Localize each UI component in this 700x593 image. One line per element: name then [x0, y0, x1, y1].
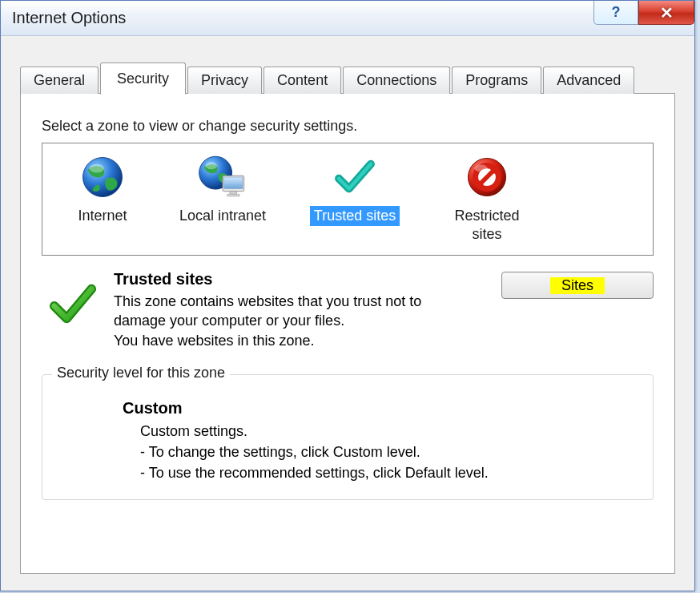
- tab-connections[interactable]: Connections: [343, 67, 450, 94]
- tab-privacy[interactable]: Privacy: [187, 67, 262, 94]
- level-line: Custom settings.: [140, 423, 247, 439]
- zone-body-line: You have websites in this zone.: [114, 333, 315, 349]
- svg-rect-6: [230, 192, 237, 195]
- globe-icon: [77, 151, 128, 203]
- zone-big-icon: [42, 270, 104, 329]
- zone-body: This zone contains websites that you tru…: [114, 292, 468, 350]
- svg-point-0: [83, 158, 123, 197]
- security-level-group: Security level for this zone Custom Cust…: [42, 374, 654, 500]
- tab-content[interactable]: Content: [264, 67, 341, 94]
- level-line: - To change the settings, click Custom l…: [140, 444, 420, 460]
- checkmark-green-icon: [48, 280, 98, 329]
- window-title: Internet Options: [12, 9, 126, 27]
- tab-label: Security: [117, 71, 169, 87]
- zones-listbox: Internet: [42, 143, 654, 256]
- zone-trusted-sites[interactable]: Trusted sites: [291, 150, 419, 229]
- tab-strip: General Security Privacy Content Connect…: [20, 62, 675, 93]
- svg-rect-7: [227, 194, 239, 196]
- zone-internet[interactable]: Internet: [50, 150, 155, 229]
- tab-label: General: [34, 72, 85, 88]
- globe-monitor-icon: [197, 151, 248, 203]
- tab-label: Programs: [465, 72, 528, 88]
- tab-general[interactable]: General: [20, 67, 99, 94]
- tab-label: Content: [277, 72, 328, 88]
- zone-restricted-sites[interactable]: Restrictedsites: [419, 150, 555, 247]
- tab-panel-security: Select a zone to view or change security…: [20, 93, 675, 574]
- zone-body-line: This zone contains websites that you tru…: [114, 293, 421, 329]
- close-icon: ✕: [660, 3, 674, 22]
- window-buttons: ? ✕: [593, 1, 694, 25]
- titlebar: Internet Options ? ✕: [1, 1, 694, 36]
- zone-local-intranet[interactable]: Local intranet: [155, 150, 291, 229]
- tab-advanced[interactable]: Advanced: [543, 67, 634, 94]
- sites-button-wrap: Sites: [477, 270, 654, 299]
- zone-description-row: Trusted sites This zone contains website…: [42, 270, 654, 350]
- svg-rect-5: [224, 177, 243, 188]
- level-line: - To use the recommended settings, click…: [140, 465, 489, 481]
- level-body: Custom settings. - To change the setting…: [123, 421, 630, 483]
- no-entry-icon: [461, 151, 513, 203]
- tab-label: Privacy: [201, 72, 248, 88]
- zone-label: Restrictedsites: [450, 206, 523, 244]
- svg-point-3: [206, 162, 217, 169]
- svg-point-1: [90, 164, 104, 173]
- zone-label: Local intranet: [175, 206, 270, 226]
- tab-label: Advanced: [557, 72, 621, 88]
- close-button[interactable]: ✕: [638, 1, 694, 25]
- sites-button-label: Sites: [550, 277, 605, 294]
- group-title: Security level for this zone: [52, 365, 230, 381]
- svg-point-14: [475, 165, 488, 172]
- tab-label: Connections: [356, 72, 436, 88]
- help-button[interactable]: ?: [593, 1, 638, 25]
- zone-heading: Trusted sites: [114, 270, 468, 288]
- tab-security[interactable]: Security: [100, 63, 186, 95]
- tab-programs[interactable]: Programs: [452, 67, 541, 94]
- checkmark-icon: [329, 151, 380, 203]
- zone-description-text: Trusted sites This zone contains website…: [114, 270, 468, 350]
- sites-button[interactable]: Sites: [501, 272, 654, 299]
- zone-label: Trusted sites: [310, 206, 400, 226]
- zone-instruction: Select a zone to view or change security…: [42, 118, 654, 135]
- internet-options-window: Internet Options ? ✕ General Security Pr…: [0, 0, 695, 591]
- zone-label: Internet: [74, 206, 131, 226]
- dialog-content: General Security Privacy Content Connect…: [1, 36, 694, 574]
- level-heading: Custom: [123, 399, 630, 418]
- help-icon: ?: [612, 4, 621, 21]
